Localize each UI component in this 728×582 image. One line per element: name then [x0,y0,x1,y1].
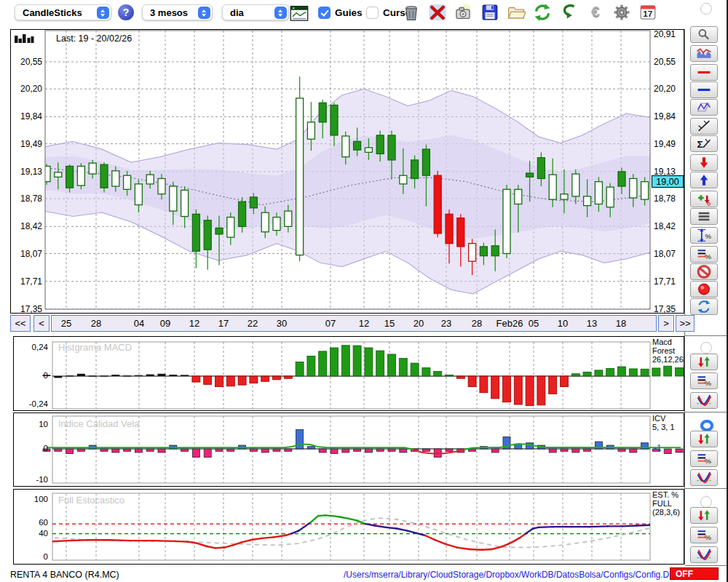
interval-value: dia [230,7,244,18]
main-y-axis-right-tick: 18,78 [654,194,676,204]
date-axis-label: 30 [266,318,298,329]
red-down-arrow-icon[interactable] [690,154,718,171]
euro-icon[interactable]: € [586,3,605,22]
nav-forward-button[interactable]: > [658,315,674,332]
panel-radio-button[interactable] [700,496,712,508]
stoch-legend-line: FULL [652,499,672,508]
camera-icon[interactable] [454,3,472,22]
macd-title: Histgrama MACD [58,342,132,353]
svg-text:%: % [705,379,711,387]
toolbar: CandleSticks 3 mesos dia Guies Cursor ?€… [0,0,727,26]
help-icon[interactable]: ? [118,4,137,23]
no-entry-icon[interactable] [690,263,718,280]
percent-lines-icon[interactable]: % [690,527,718,543]
trash-icon[interactable] [402,3,421,22]
curves-icon[interactable] [690,469,718,486]
chart-type-select[interactable]: CandleSticks [15,4,111,20]
record-icon[interactable] [690,281,718,298]
date-axis-label: 12 [178,318,210,329]
last-price-label: Last: 19 - 20/02/26 [56,33,132,44]
guies-label: Guies [335,7,363,18]
stoch-y-tick: 0 [16,552,48,561]
blue-line-icon[interactable] [690,81,718,98]
icv-y-tick: 0 [16,444,48,453]
date-axis-label: 28 [80,318,112,329]
refresh-icon[interactable] [533,3,552,22]
select-stepper-icon [274,7,287,19]
date-axis-label: 15 [373,318,405,329]
panel-radio-button[interactable] [700,342,712,354]
main-y-axis-left-tick: 18,78 [13,194,42,204]
open-folder-icon[interactable] [507,3,526,22]
main-y-axis-left-tick: 19,49 [13,139,42,149]
blue-up-arrow-icon[interactable] [690,172,718,188]
red-line-icon[interactable] [690,64,718,81]
arrows-red-green-icon[interactable] [690,431,718,447]
panel-radio-button[interactable] [700,420,713,431]
date-axis-label: 10 [547,318,579,329]
sigma-trend-icon[interactable]: Σ [690,135,718,152]
period-select[interactable]: 3 mesos [142,4,213,20]
date-axis-label: 09 [149,318,181,329]
select-stepper-icon [97,7,109,19]
curves-icon[interactable] [690,392,718,409]
percent-lines-icon[interactable]: % [690,450,718,467]
select-stepper-icon [198,7,210,19]
status-bar: RENTA 4 BANCO (R4.MC) /Users/mserra/Libr… [0,566,727,582]
main-y-axis-right-tick: 17,71 [654,276,676,287]
date-axis-label: 23 [430,318,462,329]
svg-text:%: % [705,533,711,541]
svg-text:%: % [705,457,711,465]
nav-fast-back-button[interactable]: << [10,315,31,332]
percent-lines-icon[interactable]: % [690,372,718,389]
symbol-label: RENTA 4 BANCO (R4.MC) [10,570,119,580]
stoch-legend-line: (28,3,6) [652,508,680,517]
undo-icon[interactable] [560,3,579,22]
macd-y-tick: 0 [16,371,48,380]
main-y-axis-left-tick: 20,20 [13,84,42,94]
save-icon[interactable] [480,3,499,22]
main-y-axis-right-tick: 17,35 [654,304,676,314]
nav-fast-forward-button[interactable]: >> [676,315,695,332]
vertical-measure-icon[interactable]: % [690,227,718,244]
icv-y-tick: 10 [16,420,48,428]
date-axis-label: 05 [518,318,550,329]
curves-icon[interactable] [690,546,718,563]
sync-icon[interactable] [690,298,718,315]
zoom-icon[interactable] [690,26,718,43]
percent-lines-icon[interactable]: % [690,246,718,263]
macd-legend-line: Forest [652,346,675,355]
date-axis-label: 28 [461,318,493,329]
main-y-axis-right-tick: 18,07 [654,249,676,259]
wave-chart-icon[interactable] [690,45,718,62]
calendar-icon[interactable]: 17 [638,3,657,22]
interval-select[interactable]: dia [222,4,289,20]
stoch-title: Full Estocastico [58,495,124,506]
trendline-icon[interactable] [690,118,718,135]
app-window: 20,5520,2019,8419,4919,1318,7818,4218,07… [0,0,728,582]
main-y-axis-left-tick: 18,07 [13,249,42,259]
top-radio-button[interactable] [700,3,712,15]
main-y-axis-right-tick: 18,42 [654,221,676,231]
off-toggle-button[interactable]: OFF [670,567,719,580]
date-axis-label: 25 [50,318,82,329]
current-price-tag: 19,00 [652,175,684,188]
icv-current-value: -1 [654,444,662,453]
guies-checkbox[interactable] [318,7,331,19]
nav-back-button[interactable]: < [33,315,50,332]
mini-chart-icon[interactable] [290,4,309,23]
delete-icon[interactable] [428,3,447,22]
stoch-y-tick: 60 [16,518,48,527]
cursor-checkbox[interactable] [366,7,379,19]
arrows-red-green-icon[interactable] [690,354,718,370]
add-arrows-icon[interactable] [690,191,718,207]
zigzag-icon[interactable] [690,99,718,116]
svg-text:17: 17 [643,9,652,18]
date-axis-label: 13 [576,318,608,329]
macd-legend-line: Macd [652,338,672,346]
settings-gear-icon[interactable] [612,3,631,22]
arrows-red-green-icon[interactable] [690,507,718,524]
list-lines-icon[interactable] [690,208,718,225]
stoch-legend-line: EST. % [652,490,678,499]
icv-legend-line: ICV [652,414,665,423]
